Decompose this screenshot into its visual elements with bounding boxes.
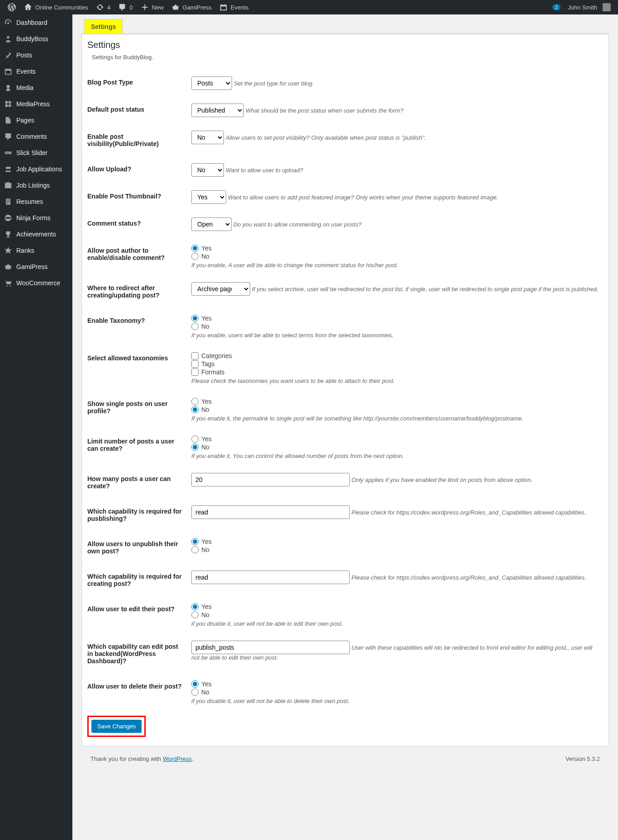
desc-max-posts: Only applies if you have enabled the lim…	[352, 477, 532, 483]
sidebar-item-label: Media	[16, 84, 33, 91]
sidebar-item-slick-slider[interactable]: Slick Slider	[0, 145, 72, 161]
input-cap-backend[interactable]	[191, 641, 350, 654]
new-content-link[interactable]: New	[137, 0, 167, 14]
check-categories[interactable]	[191, 352, 199, 359]
svg-rect-4	[5, 104, 8, 107]
opt-label: No	[201, 546, 209, 553]
opt-label: No	[201, 689, 209, 696]
select-visibility[interactable]: No	[191, 131, 224, 144]
radio-limit-posts-yes[interactable]	[191, 435, 199, 443]
sidebar-item-woocommerce[interactable]: WooCommerce	[0, 275, 72, 291]
save-changes-button[interactable]: Save Changes	[91, 720, 142, 733]
sidebar-item-comments[interactable]: Comments	[0, 128, 72, 145]
select-post-status[interactable]: Published	[191, 104, 244, 117]
radio-allow-delete-no[interactable]	[191, 689, 199, 696]
page-title: Settings	[87, 40, 603, 50]
site-home-link[interactable]: Online Communities	[20, 0, 92, 14]
sidebar-item-label: GamiPress	[16, 263, 48, 270]
radio-allow-edit-yes[interactable]	[191, 603, 199, 610]
sidebar-item-gamipress[interactable]: GamiPress	[0, 259, 72, 275]
cart-icon	[4, 278, 13, 288]
main-content: Settings Settings Settings for BuddyBlog…	[72, 14, 618, 840]
svg-point-11	[8, 167, 10, 169]
sidebar-item-dashboard[interactable]: Dashboard	[0, 14, 72, 31]
sidebar-item-label: Achievements	[16, 231, 56, 238]
sidebar-item-mediapress[interactable]: MediaPress	[0, 96, 72, 112]
sidebar-item-posts[interactable]: Posts	[0, 47, 72, 63]
events-label: Events	[231, 4, 249, 11]
avatar-icon	[603, 3, 611, 11]
sidebar-item-job-applications[interactable]: Job Applications	[0, 161, 72, 177]
sidebar-item-label: Posts	[16, 52, 32, 59]
label-post-status: Default post status	[87, 97, 187, 124]
label-allow-delete: Allow user to delete their post?	[87, 674, 187, 711]
radio-author-comment-no[interactable]	[191, 253, 199, 260]
account-link[interactable]: John Smith	[564, 0, 614, 14]
desc-limit-posts: If you enable it, You can control the al…	[191, 453, 599, 459]
comments-link[interactable]: 0	[114, 0, 136, 14]
gamipress-link[interactable]: GamiPress	[167, 0, 215, 14]
label-allow-edit: Allow user to edit their post?	[87, 596, 187, 634]
footer-wordpress-link[interactable]: WordPress	[163, 755, 192, 762]
radio-unpublish-no[interactable]	[191, 546, 199, 553]
sidebar-item-resumes[interactable]: Resumes	[0, 193, 72, 210]
sidebar-item-events[interactable]: Events	[0, 63, 72, 80]
sidebar-item-achievements[interactable]: Achievements	[0, 226, 72, 242]
sidebar-item-pages[interactable]: Pages	[0, 112, 72, 128]
radio-taxonomy-yes[interactable]	[191, 315, 199, 322]
sidebar-item-media[interactable]: Media	[0, 80, 72, 96]
footer-dot: .	[192, 755, 194, 762]
radio-allow-edit-no[interactable]	[191, 611, 199, 618]
radio-show-single-yes[interactable]	[191, 398, 199, 405]
slider-icon	[4, 148, 13, 157]
events-link[interactable]: Events	[215, 0, 252, 14]
sidebar-item-label: Ninja Forms	[16, 214, 50, 222]
select-allow-upload[interactable]: No	[191, 163, 224, 177]
label-show-single: Show single posts on user profile?	[87, 391, 187, 429]
sidebar-item-ranks[interactable]: Ranks	[0, 242, 72, 259]
label-cap-publish: Which capability is required for pusblis…	[87, 499, 187, 531]
svg-rect-5	[9, 104, 11, 107]
sidebar-item-label: Job Listings	[16, 182, 50, 189]
select-thumbnail[interactable]: Yes	[191, 190, 226, 204]
desc-show-single: If you enable it, the permalink to singl…	[191, 415, 599, 422]
radio-author-comment-yes[interactable]	[191, 245, 199, 252]
input-cap-create[interactable]	[191, 571, 350, 584]
radio-show-single-no[interactable]	[191, 406, 199, 413]
desc-cap-create: Please check for https://codex.wordpress…	[352, 574, 586, 581]
select-redirect[interactable]: Archive page	[191, 282, 250, 296]
trophy-icon	[4, 230, 13, 239]
sidebar-item-ninja-forms[interactable]: Ninja Forms	[0, 210, 72, 226]
check-formats[interactable]	[191, 368, 199, 376]
radio-unpublish-yes[interactable]	[191, 538, 199, 545]
tab-settings[interactable]: Settings	[84, 19, 123, 34]
admin-footer: Thank you for creating with WordPress. V…	[81, 746, 609, 771]
crown-icon	[171, 3, 180, 12]
calendar-icon	[4, 67, 13, 76]
sidebar-item-job-listings[interactable]: Job Listings	[0, 177, 72, 193]
radio-limit-posts-no[interactable]	[191, 444, 199, 451]
notifications-link[interactable]: 2	[549, 0, 564, 14]
check-tags[interactable]	[191, 360, 199, 368]
desc-allow-upload: Want to allow user to upload?	[226, 167, 303, 174]
svg-point-1	[6, 85, 10, 88]
opt-label: Yes	[201, 603, 212, 610]
radio-taxonomy-no[interactable]	[191, 323, 199, 330]
input-cap-publish[interactable]	[191, 505, 350, 519]
label-limit-posts: Limit number of posts a user can create?	[87, 429, 187, 466]
select-comment-status[interactable]: Open	[191, 217, 232, 231]
comments-icon	[118, 3, 127, 12]
select-post-type[interactable]: Posts	[191, 76, 232, 90]
sidebar-item-buddyboss[interactable]: BuddyBoss	[0, 31, 72, 47]
svg-point-15	[10, 285, 11, 287]
radio-allow-delete-yes[interactable]	[191, 680, 199, 688]
page-icon	[4, 116, 13, 125]
applications-icon	[4, 165, 13, 174]
input-max-posts[interactable]	[191, 473, 350, 486]
sidebar-item-label: Dashboard	[16, 19, 48, 26]
label-author-comment: Allow post author to enable/disable comm…	[87, 238, 187, 275]
opt-label: Yes	[201, 245, 212, 252]
updates-link[interactable]: 4	[92, 0, 114, 14]
wp-logo-link[interactable]	[4, 0, 20, 14]
opt-label: Yes	[201, 435, 212, 443]
